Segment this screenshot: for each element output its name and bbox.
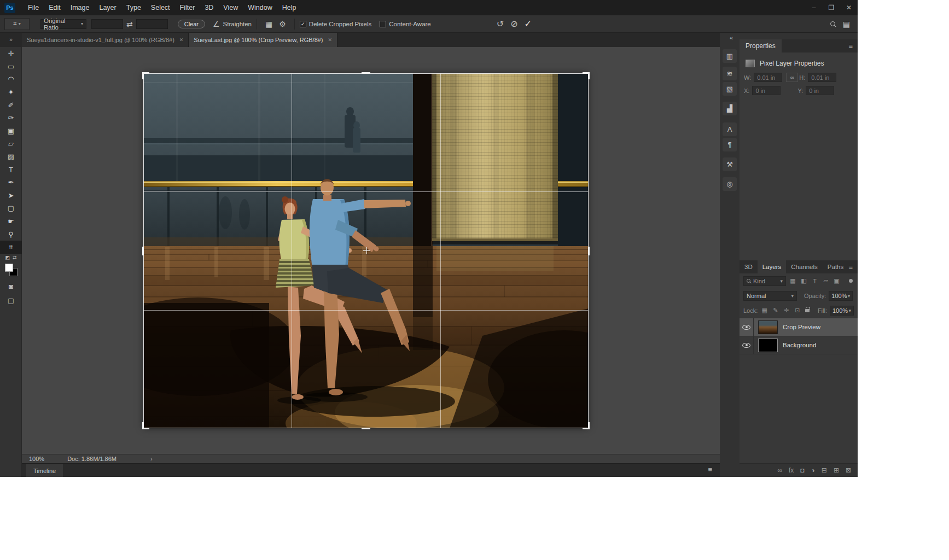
eraser-tool[interactable]: ▱: [0, 137, 22, 150]
lock-transparency-icon[interactable]: ▦: [760, 307, 768, 314]
x-field[interactable]: 0 in: [752, 86, 781, 95]
close-tab-icon[interactable]: ✕: [179, 37, 184, 43]
foreground-color-swatch[interactable]: [5, 264, 13, 272]
histogram-panel-icon[interactable]: ▟: [723, 102, 737, 115]
crop-tool[interactable]: ⌗: [0, 241, 22, 254]
cancel-crop-icon[interactable]: ⊘: [510, 19, 517, 29]
layer-row-background[interactable]: Background: [740, 336, 858, 354]
canvas-image[interactable]: [143, 73, 589, 428]
link-dimensions-icon[interactable]: ∞: [786, 73, 798, 82]
crop-height-input[interactable]: [136, 19, 168, 29]
crop-width-input[interactable]: [91, 19, 123, 29]
reset-crop-icon[interactable]: ↺: [497, 19, 504, 29]
content-aware-checkbox[interactable]: [380, 21, 386, 27]
document-view[interactable]: [143, 73, 589, 428]
quick-mask-icon[interactable]: ◙: [0, 282, 22, 290]
move-tool[interactable]: ✛: [0, 47, 22, 60]
clone-source-panel-icon[interactable]: ◎: [723, 177, 737, 191]
brush-tool[interactable]: ✑: [0, 112, 22, 125]
menu-edit[interactable]: Edit: [44, 0, 66, 15]
path-selection-tool[interactable]: ➤: [0, 189, 22, 202]
straighten-icon[interactable]: ∠: [213, 20, 220, 28]
document-tab-inactive[interactable]: Sueya1dancers-in-studio-v1_full.jpg @ 10…: [22, 33, 189, 47]
navigator-panel-icon[interactable]: ▥: [723, 49, 737, 63]
lock-artboard-icon[interactable]: ⊡: [793, 307, 801, 314]
layers-menu-icon[interactable]: ≡: [848, 263, 853, 271]
menu-help[interactable]: Help: [277, 0, 301, 15]
search-icon[interactable]: [830, 21, 835, 26]
layer-name[interactable]: Crop Preview: [783, 324, 820, 330]
tab-channels[interactable]: Channels: [786, 260, 823, 273]
marquee-tool[interactable]: ▭: [0, 60, 22, 73]
type-tool[interactable]: T: [0, 163, 22, 176]
menu-filter[interactable]: Filter: [175, 0, 200, 15]
toolbar-expand-icon[interactable]: »: [0, 33, 22, 47]
menu-type[interactable]: Type: [121, 0, 146, 15]
status-options-chevron-icon[interactable]: ›: [150, 456, 153, 462]
filter-kind-dropdown[interactable]: Kind ▾: [743, 276, 786, 286]
link-layers-icon[interactable]: ∞: [777, 466, 782, 474]
crop-settings-gear-icon[interactable]: ⚙: [279, 20, 286, 28]
eyedropper-tool[interactable]: ✐: [0, 98, 22, 112]
workspace-switcher-icon[interactable]: ▤: [843, 20, 850, 28]
visibility-toggle[interactable]: [740, 336, 754, 354]
canvas-area[interactable]: [22, 47, 720, 454]
commit-crop-icon[interactable]: ✓: [525, 19, 532, 29]
menu-3d[interactable]: 3D: [200, 0, 218, 15]
adjustments-panel-icon[interactable]: ≋: [723, 67, 737, 80]
opacity-field[interactable]: 100% ▾: [829, 291, 853, 301]
layer-thumbnail[interactable]: [758, 320, 778, 334]
tab-properties[interactable]: Properties: [740, 39, 782, 52]
filter-smart-objects-icon[interactable]: ▣: [832, 277, 841, 284]
delete-layer-icon[interactable]: ⊠: [846, 466, 851, 474]
lock-position-icon[interactable]: ✛: [782, 307, 790, 314]
fill-field[interactable]: 100% ▾: [830, 306, 854, 316]
menu-image[interactable]: Image: [66, 0, 95, 15]
lock-all-icon[interactable]: [805, 309, 810, 312]
maximize-button[interactable]: ❐: [823, 0, 840, 15]
quick-selection-tool[interactable]: ✦: [0, 86, 22, 99]
adjustment-layer-icon[interactable]: ◑: [811, 466, 815, 474]
layer-effects-icon[interactable]: fx: [789, 466, 794, 474]
layer-row-crop-preview[interactable]: Crop Preview: [740, 318, 858, 336]
clone-stamp-tool[interactable]: ▣: [0, 125, 22, 138]
aspect-ratio-dropdown[interactable]: Original Ratio ▾: [40, 19, 86, 29]
width-field[interactable]: 0.01 in: [754, 73, 782, 82]
filter-type-layers-icon[interactable]: T: [811, 278, 819, 284]
tab-3d[interactable]: 3D: [740, 260, 758, 273]
swap-dimensions-icon[interactable]: ⇄: [126, 20, 133, 28]
layer-mask-icon[interactable]: ◘: [800, 466, 804, 474]
screen-mode-icon[interactable]: ▢: [0, 296, 22, 305]
clear-button[interactable]: Clear: [178, 20, 205, 28]
delete-cropped-pixels-checkbox[interactable]: ✓: [300, 21, 306, 27]
swap-colors-icon[interactable]: ⇄: [13, 255, 17, 260]
new-layer-icon[interactable]: ⊞: [834, 466, 839, 474]
tool-preset-dropdown[interactable]: ⌗ ▾: [4, 18, 30, 30]
gradient-tool[interactable]: ▨: [0, 150, 22, 164]
rectangle-tool[interactable]: ▢: [0, 202, 22, 215]
layer-name[interactable]: Background: [783, 342, 816, 348]
new-group-icon[interactable]: ⊟: [822, 466, 827, 474]
timeline-menu-icon[interactable]: ≡: [708, 465, 712, 474]
zoom-level[interactable]: 100%: [29, 456, 44, 462]
collapse-panels-icon[interactable]: «: [730, 34, 733, 41]
menu-view[interactable]: View: [218, 0, 243, 15]
document-tab-active[interactable]: SueyaLast.jpg @ 100% (Crop Preview, RGB/…: [189, 33, 337, 47]
close-button[interactable]: ✕: [840, 0, 858, 15]
styles-panel-icon[interactable]: ▧: [723, 82, 737, 96]
minimize-button[interactable]: –: [805, 0, 823, 15]
properties-menu-icon[interactable]: ≡: [848, 42, 853, 50]
hand-tool[interactable]: ☛: [0, 215, 22, 228]
tab-paths[interactable]: Paths: [823, 260, 848, 273]
close-tab-icon[interactable]: ✕: [328, 37, 333, 43]
blend-mode-dropdown[interactable]: Normal ▾: [743, 291, 797, 301]
pen-tool[interactable]: ✒: [0, 176, 22, 189]
filter-toggle-icon[interactable]: [849, 279, 853, 283]
zoom-tool[interactable]: ⚲: [0, 228, 22, 241]
filter-adjustment-layers-icon[interactable]: ◧: [800, 277, 808, 284]
content-aware-label[interactable]: Content-Aware: [389, 21, 431, 27]
menu-file[interactable]: File: [23, 0, 44, 15]
visibility-toggle[interactable]: [740, 318, 754, 336]
filter-pixel-layers-icon[interactable]: ▦: [789, 277, 797, 284]
layer-thumbnail[interactable]: [758, 339, 778, 352]
